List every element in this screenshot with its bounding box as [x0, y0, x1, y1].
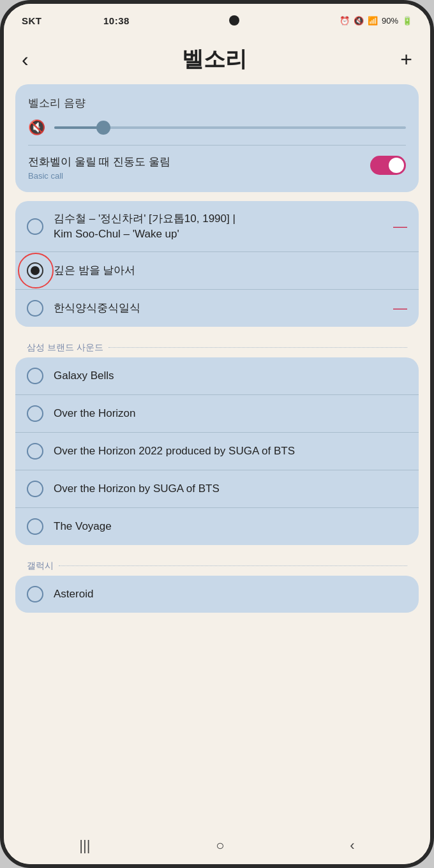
radio-over-horizon-2022[interactable] — [27, 443, 43, 460]
status-icons: ⏰ 🔇 📶 90% 🔋 — [340, 16, 412, 26]
ringtone-over-horizon-suga: Over the Horizon by SUGA of BTS — [54, 481, 407, 497]
radio-deep-night[interactable] — [27, 262, 43, 279]
radio-the-voyage[interactable] — [27, 518, 43, 535]
carrier-time: SKT — [22, 15, 42, 26]
vibrate-toggle[interactable] — [370, 156, 406, 175]
section-dots — [108, 347, 407, 348]
radio-over-horizon[interactable] — [27, 405, 43, 422]
samsung-ringtones-card: Galaxy Bells Over the Horizon Over the H… — [15, 357, 419, 545]
status-time: 10:38 — [103, 15, 130, 26]
divider-1 — [28, 145, 406, 146]
galaxy-section-label: 갤럭시 — [15, 554, 419, 576]
phone-frame: SKT 10:38 ⏰ 🔇 📶 90% 🔋 ‹ 벨소리 + 벨소리 음량 🔇 — [0, 0, 434, 868]
nav-back-button[interactable]: ‹ — [334, 832, 370, 859]
ringtone-over-horizon-2022: Over the Horizon 2022 produced by SUGA o… — [54, 444, 407, 459]
list-item[interactable]: The Voyage — [15, 508, 419, 545]
ringtone-asteroid: Asteroid — [54, 587, 407, 602]
list-item[interactable]: Over the Horizon — [15, 395, 419, 433]
volume-label: 벨소리 음량 — [28, 96, 406, 110]
list-item[interactable]: Over the Horizon 2022 produced by SUGA o… — [15, 433, 419, 470]
volume-card: 벨소리 음량 🔇 전화벨이 울릴 때 진동도 울림 Basic call — [15, 84, 419, 192]
ringtone-deep-night: 깊은 밤을 날아서 — [54, 263, 407, 278]
mute-icon: 🔇 — [354, 16, 364, 26]
radio-galaxy-bells[interactable] — [27, 368, 43, 384]
status-bar: SKT 10:38 ⏰ 🔇 📶 90% 🔋 — [4, 4, 430, 37]
galaxy-ringtones-card: Asteroid — [15, 576, 419, 613]
delete-icon-kim[interactable]: — — [393, 220, 407, 234]
volume-slider[interactable] — [54, 126, 406, 129]
toggle-knob — [389, 158, 404, 173]
list-item[interactable]: Over the Horizon by SUGA of BTS — [15, 470, 419, 508]
radio-inner — [31, 266, 40, 275]
list-item-selected[interactable]: 깊은 밤을 날아서 — [15, 252, 419, 290]
page-title: 벨소리 — [182, 45, 247, 74]
volume-row: 🔇 — [28, 119, 406, 136]
custom-ringtones-card: 김수철 – '정신차려' [가요톱10, 1990] |Kim Soo-Chul… — [15, 201, 419, 327]
page-header: ‹ 벨소리 + — [4, 37, 430, 84]
radio-asteroid[interactable] — [27, 586, 43, 602]
vibrate-subtitle: Basic call — [28, 171, 370, 181]
list-item[interactable]: Galaxy Bells — [15, 357, 419, 395]
ringtone-over-horizon: Over the Horizon — [54, 406, 407, 421]
ringtone-galaxy-bells: Galaxy Bells — [54, 368, 407, 384]
radio-over-horizon-suga[interactable] — [27, 481, 43, 497]
add-button[interactable]: + — [400, 48, 412, 71]
ringtone-korean-food: 한식양식중식일식 — [54, 301, 393, 316]
alarm-icon: ⏰ — [340, 16, 350, 26]
slider-thumb[interactable] — [96, 121, 110, 135]
vibrate-text-col: 전화벨이 울릴 때 진동도 울림 Basic call — [28, 154, 370, 181]
scroll-content: 벨소리 음량 🔇 전화벨이 울릴 때 진동도 울림 Basic call — [4, 84, 430, 827]
wifi-icon: 📶 — [368, 16, 378, 26]
back-button[interactable]: ‹ — [22, 48, 29, 71]
delete-icon-korean[interactable]: — — [393, 301, 407, 315]
section-dots-2 — [59, 565, 407, 566]
list-item[interactable]: Asteroid — [15, 576, 419, 613]
list-item[interactable]: 김수철 – '정신차려' [가요톱10, 1990] |Kim Soo-Chul… — [15, 201, 419, 253]
radio-kim-soo-chul[interactable] — [27, 218, 43, 235]
vibrate-row: 전화벨이 울릴 때 진동도 울림 Basic call — [28, 154, 406, 181]
battery-icon: 🔋 — [402, 16, 412, 26]
nav-bar: ||| ○ ‹ — [4, 827, 430, 864]
recents-button[interactable]: ||| — [64, 832, 105, 859]
samsung-label-text: 삼성 브랜드 사운드 — [27, 342, 103, 354]
battery-label: 90% — [382, 16, 398, 26]
back-icon: ‹ — [22, 48, 29, 71]
home-button[interactable]: ○ — [200, 832, 239, 859]
ringtone-the-voyage: The Voyage — [54, 519, 407, 534]
ringtone-kim-soo-chul: 김수철 – '정신차려' [가요톱10, 1990] |Kim Soo-Chul… — [54, 211, 393, 242]
radio-korean-food[interactable] — [27, 300, 43, 317]
samsung-section-label: 삼성 브랜드 사운드 — [15, 336, 419, 357]
list-item[interactable]: 한식양식중식일식 — — [15, 290, 419, 327]
vibrate-title: 전화벨이 울릴 때 진동도 울림 — [28, 154, 370, 170]
volume-icon: 🔇 — [28, 119, 45, 136]
galaxy-label-text: 갤럭시 — [27, 560, 54, 572]
camera-notch — [229, 15, 239, 26]
